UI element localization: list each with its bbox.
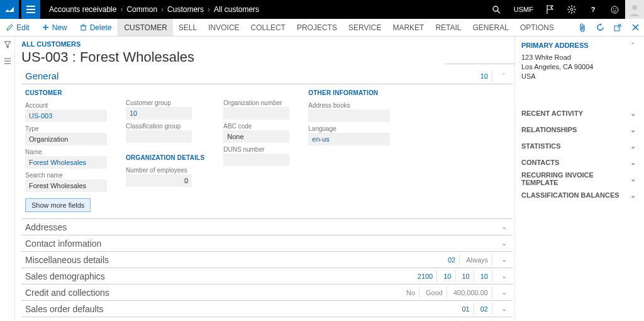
tab-retail[interactable]: RETAIL bbox=[430, 19, 467, 36]
factbox-title: PRIMARY ADDRESS bbox=[521, 42, 589, 49]
label-class-group: Classification group bbox=[126, 123, 204, 130]
summary-value: 02 bbox=[477, 303, 492, 315]
svg-point-18 bbox=[632, 5, 637, 10]
filter-icon[interactable] bbox=[0, 37, 14, 53]
tab-customer[interactable]: CUSTOMER bbox=[118, 19, 172, 36]
factbox-primary-address[interactable]: PRIMARY ADDRESSˆ 123 White Road Los Ange… bbox=[515, 37, 644, 86]
address-line: Los Angeles, CA 90004 bbox=[521, 62, 638, 72]
search-icon[interactable] bbox=[486, 0, 508, 19]
tab-service[interactable]: SERVICE bbox=[343, 19, 387, 36]
field-address-books[interactable] bbox=[308, 110, 390, 122]
field-cust-group[interactable]: 10 bbox=[126, 107, 192, 120]
tab-general[interactable]: GENERAL bbox=[467, 19, 514, 36]
label-address-books: Address books bbox=[308, 102, 390, 109]
flag-icon[interactable] bbox=[540, 0, 561, 19]
svg-rect-0 bbox=[26, 6, 35, 7]
chevron-down-icon: ⌄ bbox=[628, 142, 638, 150]
tab-market[interactable]: MARKET bbox=[387, 19, 430, 36]
quick-filter-input[interactable] bbox=[445, 50, 514, 64]
tab-invoice[interactable]: INVOICE bbox=[203, 19, 245, 36]
chevron-down-icon: ⌄ bbox=[628, 126, 638, 134]
tab-projects[interactable]: PROJECTS bbox=[291, 19, 343, 36]
label-duns: DUNS number bbox=[223, 146, 289, 153]
group-customer: CUSTOMER bbox=[25, 89, 107, 96]
fasttab-addresses[interactable]: Addresses⌄ bbox=[21, 219, 513, 235]
field-duns[interactable] bbox=[223, 154, 289, 166]
label-cust-group: Customer group bbox=[126, 99, 204, 106]
svg-text:?: ? bbox=[591, 6, 596, 13]
breadcrumb-item[interactable]: Customers bbox=[167, 5, 204, 14]
summary-value: 01 bbox=[458, 303, 474, 315]
list-icon[interactable] bbox=[0, 53, 14, 69]
fasttab-general-header[interactable]: General 10ˆ bbox=[21, 68, 513, 84]
chevron-down-icon: ⌄ bbox=[499, 272, 509, 280]
factbox-classification-balances[interactable]: CLASSIFICATION BALANCES⌄ bbox=[515, 187, 644, 203]
company-picker[interactable]: USMF bbox=[508, 0, 540, 19]
factbox-contacts[interactable]: CONTACTS⌄ bbox=[515, 154, 644, 171]
form-caption[interactable]: ALL CUSTOMERS bbox=[21, 40, 514, 48]
fasttab-contact[interactable]: Contact information⌄ bbox=[21, 235, 513, 252]
group-other-info: OTHER INFORMATION bbox=[308, 89, 390, 96]
tab-collect[interactable]: COLLECT bbox=[245, 19, 291, 36]
summary-value: 10 bbox=[477, 271, 492, 282]
refresh-icon[interactable] bbox=[591, 23, 609, 31]
chevron-down-icon: ⌄ bbox=[499, 256, 509, 264]
popout-icon[interactable] bbox=[609, 24, 626, 31]
tab-options[interactable]: OPTIONS bbox=[514, 19, 560, 36]
svg-point-15 bbox=[611, 6, 618, 13]
breadcrumb-item[interactable]: Accounts receivable bbox=[49, 5, 116, 14]
fasttab-demographics[interactable]: Sales demographics2100101010⌄ bbox=[21, 268, 513, 284]
factbox-relationships[interactable]: RELATIONSHIPS⌄ bbox=[515, 121, 644, 138]
field-account[interactable]: US-003 bbox=[25, 110, 107, 122]
tab-sell[interactable]: SELL bbox=[173, 19, 203, 36]
field-abc[interactable]: None bbox=[223, 130, 289, 143]
breadcrumb-item[interactable]: All customers bbox=[214, 5, 259, 14]
field-search-name[interactable]: Forest Wholesales bbox=[25, 179, 107, 192]
summary-value: Always bbox=[462, 254, 492, 266]
chevron-down-icon: ⌄ bbox=[499, 288, 509, 296]
delete-button[interactable]: Delete bbox=[74, 19, 119, 36]
fasttab-payment[interactable]: Payment defaultsNet45CHECK⌄ bbox=[21, 317, 513, 321]
field-name[interactable]: Forest Wholesales bbox=[25, 156, 107, 169]
chevron-down-icon: ⌄ bbox=[628, 175, 638, 183]
fasttab-sales-order-defaults[interactable]: Sales order defaults0102⌄ bbox=[21, 301, 513, 317]
summary-value: Good bbox=[422, 287, 447, 298]
factbox-recurring-invoice[interactable]: RECURRING INVOICE TEMPLATE⌄ bbox=[515, 171, 644, 187]
edit-button[interactable]: Edit bbox=[0, 19, 36, 36]
field-employees[interactable]: 0 bbox=[126, 174, 192, 187]
attach-icon[interactable] bbox=[574, 23, 591, 32]
address-line: 123 White Road bbox=[521, 53, 638, 62]
factbox-recent-activity[interactable]: RECENT ACTIVITY⌄ bbox=[515, 105, 644, 121]
field-class-group[interactable] bbox=[126, 130, 192, 143]
group-org-details: ORGANIZATION DETAILS bbox=[126, 154, 204, 161]
breadcrumb: Accounts receivable› Common› Customers› … bbox=[49, 5, 259, 14]
factbox-statistics[interactable]: STATISTICS⌄ bbox=[515, 138, 644, 154]
factbox-pane: PRIMARY ADDRESSˆ 123 White Road Los Ange… bbox=[514, 37, 644, 321]
gear-icon[interactable] bbox=[561, 0, 582, 19]
close-icon[interactable] bbox=[626, 24, 644, 31]
smiley-icon[interactable] bbox=[604, 0, 625, 19]
left-rail bbox=[0, 37, 15, 321]
fasttab-credit[interactable]: Credit and collectionsNoGood400,000.00⌄ bbox=[21, 284, 513, 301]
show-more-fields-button[interactable]: Show more fields bbox=[25, 198, 91, 212]
summary-value: 400,000.00 bbox=[450, 287, 492, 298]
user-avatar-icon[interactable] bbox=[625, 0, 644, 19]
breadcrumb-item[interactable]: Common bbox=[126, 5, 157, 14]
new-button[interactable]: New bbox=[36, 19, 74, 36]
hamburger-icon[interactable] bbox=[21, 0, 40, 19]
svg-line-12 bbox=[569, 11, 570, 13]
help-icon[interactable]: ? bbox=[582, 0, 604, 19]
field-type[interactable]: Organization bbox=[25, 133, 107, 145]
brand-tile-icon[interactable] bbox=[0, 0, 19, 19]
field-language[interactable]: en-us bbox=[308, 133, 390, 145]
record-title: US-003 : Forest Wholesales bbox=[21, 49, 194, 65]
fasttab-misc[interactable]: Miscellaneous details02Always⌄ bbox=[21, 252, 513, 268]
field-org-number[interactable] bbox=[223, 107, 289, 120]
chevron-up-icon: ˆ bbox=[628, 42, 638, 49]
svg-rect-21 bbox=[81, 26, 86, 30]
svg-rect-2 bbox=[26, 12, 35, 13]
action-bar: Edit New Delete CUSTOMER SELL INVOICE CO… bbox=[0, 19, 644, 37]
svg-point-17 bbox=[615, 8, 616, 9]
chevron-down-icon: ⌄ bbox=[628, 159, 638, 167]
svg-line-4 bbox=[497, 11, 500, 13]
